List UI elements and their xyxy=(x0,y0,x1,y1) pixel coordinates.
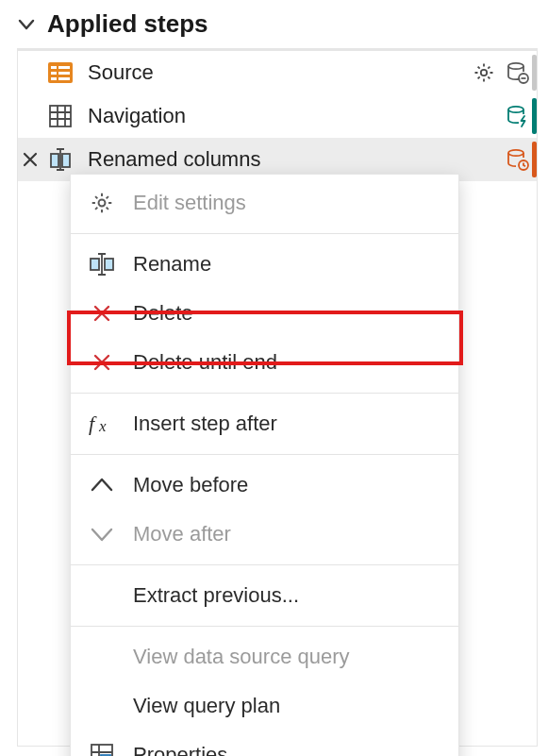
menu-label: Rename xyxy=(133,252,445,277)
menu-separator xyxy=(71,626,458,627)
menu-insert-step-after[interactable]: f x Insert step after xyxy=(71,399,458,448)
menu-label: Extract previous... xyxy=(133,583,445,608)
svg-point-7 xyxy=(481,70,487,76)
fx-icon: f x xyxy=(84,406,120,442)
applied-steps-panel: Source xyxy=(17,48,538,747)
menu-extract-previous[interactable]: Extract previous... xyxy=(71,571,458,620)
chevron-down-icon xyxy=(84,516,120,552)
menu-label: Edit settings xyxy=(133,191,445,215)
menu-view-data-source-query: View data source query xyxy=(71,632,458,681)
blank-icon xyxy=(84,578,120,613)
gear-icon[interactable] xyxy=(471,59,497,86)
menu-label: Insert step after xyxy=(133,412,445,436)
menu-label: Properties... xyxy=(133,743,445,756)
context-menu: Edit settings Rename Delete Delet xyxy=(70,174,459,756)
menu-label: Delete xyxy=(133,301,445,326)
menu-delete[interactable]: Delete xyxy=(71,289,458,338)
close-icon xyxy=(84,295,120,331)
menu-label: Move before xyxy=(133,473,445,497)
close-icon xyxy=(84,344,120,380)
svg-rect-3 xyxy=(51,72,57,75)
svg-rect-1 xyxy=(51,66,57,69)
menu-delete-until-end[interactable]: Delete until end xyxy=(71,338,458,387)
svg-rect-13 xyxy=(62,154,70,167)
database-bolt-icon[interactable] xyxy=(505,103,531,129)
applied-step-source[interactable]: Source xyxy=(18,51,537,94)
step-status-marker xyxy=(532,55,537,91)
database-clock-icon[interactable] xyxy=(505,146,531,173)
blank-icon xyxy=(84,688,120,724)
table-icon xyxy=(44,100,76,132)
menu-label: Delete until end xyxy=(133,350,445,375)
svg-rect-10 xyxy=(50,106,71,126)
delete-step-x-icon[interactable] xyxy=(20,149,41,170)
menu-view-query-plan[interactable]: View query plan xyxy=(71,681,458,731)
svg-rect-5 xyxy=(51,77,57,80)
svg-rect-2 xyxy=(58,66,70,69)
menu-separator xyxy=(71,564,458,565)
svg-point-14 xyxy=(508,150,523,156)
menu-rename[interactable]: Rename xyxy=(71,240,458,289)
step-status-marker xyxy=(532,142,537,177)
menu-move-before[interactable]: Move before xyxy=(71,461,458,510)
menu-properties[interactable]: Properties... xyxy=(71,731,458,756)
rename-icon xyxy=(84,246,120,282)
svg-rect-12 xyxy=(51,154,58,167)
applied-step-navigation[interactable]: Navigation xyxy=(18,94,537,138)
menu-label: View data source query xyxy=(133,645,445,669)
svg-text:f: f xyxy=(89,412,97,435)
rename-column-icon xyxy=(44,143,76,176)
chevron-up-icon xyxy=(84,467,120,503)
applied-steps-title: Applied steps xyxy=(47,9,208,39)
properties-icon xyxy=(84,737,120,756)
svg-rect-6 xyxy=(58,77,70,80)
step-label: Navigation xyxy=(88,104,505,128)
menu-separator xyxy=(71,393,458,394)
step-label: Source xyxy=(88,60,471,85)
applied-steps-header[interactable]: Applied steps xyxy=(0,0,548,48)
svg-text:x: x xyxy=(98,417,107,435)
svg-rect-17 xyxy=(91,259,99,270)
menu-move-after: Move after xyxy=(71,510,458,559)
menu-label: Move after xyxy=(133,522,445,546)
menu-edit-settings: Edit settings xyxy=(71,178,458,227)
svg-point-8 xyxy=(508,63,523,69)
step-label: Renamed columns xyxy=(88,147,505,172)
blank-icon xyxy=(84,639,120,675)
gear-icon xyxy=(84,185,120,221)
svg-point-16 xyxy=(99,200,106,207)
svg-point-11 xyxy=(508,107,523,112)
datasource-icon xyxy=(44,57,76,89)
svg-rect-18 xyxy=(105,259,113,270)
svg-rect-4 xyxy=(58,72,70,75)
menu-label: View query plan xyxy=(133,694,445,718)
database-minus-icon[interactable] xyxy=(505,59,531,86)
chevron-down-icon xyxy=(17,15,36,34)
menu-separator xyxy=(71,233,458,234)
step-status-marker xyxy=(532,98,537,134)
menu-separator xyxy=(71,454,458,455)
